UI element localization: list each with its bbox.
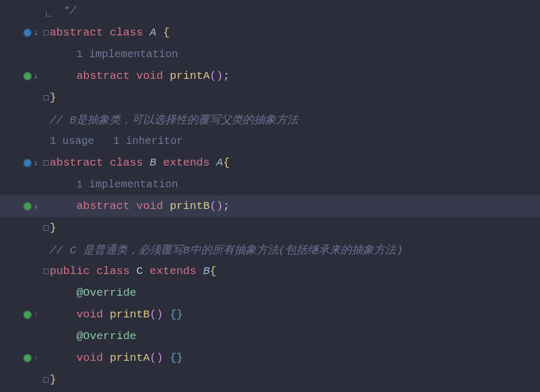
gutter: ↓ [0, 159, 42, 167]
keyword-void: void [76, 308, 103, 321]
inlay-implementation[interactable]: 1 implementation [76, 178, 178, 190]
comment-close [50, 5, 63, 17]
brace-open: { [210, 265, 217, 277]
code-line[interactable]: } [0, 217, 540, 239]
implementation-icon[interactable] [23, 202, 32, 211]
brace-open: { [163, 26, 170, 39]
parentheses: () [210, 70, 223, 82]
keyword-public: public [50, 265, 90, 277]
keyword-extends: extends [163, 157, 209, 169]
method-body: {} [170, 308, 183, 321]
code-line[interactable]: ↓ abstract class A { [0, 22, 540, 43]
arrow-down-icon[interactable]: ↓ [34, 72, 38, 80]
inlay-usage[interactable]: 1 usage [50, 135, 94, 147]
override-icon[interactable] [23, 354, 32, 362]
keyword-class: class [109, 157, 143, 169]
method-name: printB [109, 308, 150, 321]
class-name-a-ref: A [216, 157, 223, 169]
class-name-b: B [150, 157, 157, 169]
comment-text: // B是抽象类，可以选择性的覆写父类的抽象方法 [50, 114, 298, 126]
keyword-void: void [136, 70, 163, 82]
inlay-inheritor[interactable]: 1 inheritor [113, 135, 183, 147]
code-line[interactable]: public class C extends B{ [0, 260, 540, 282]
gutter: ↑ [0, 354, 42, 362]
class-icon[interactable] [23, 29, 32, 37]
inlay-implementation[interactable]: 1 implementation [76, 48, 178, 60]
keyword-extends: extends [150, 265, 196, 277]
keyword-void: void [76, 352, 103, 364]
code-line[interactable]: ↑ void printB() {} [0, 304, 540, 325]
code-line[interactable]: @Override [0, 282, 540, 304]
fold-region[interactable] [42, 377, 50, 382]
code-line[interactable]: ↓ abstract class B extends A{ [0, 152, 540, 174]
keyword-abstract: abstract [76, 200, 130, 212]
keyword-void: void [136, 200, 163, 212]
class-name-c: C [136, 265, 143, 277]
gutter: ↓ [0, 72, 42, 80]
fold-region[interactable] [42, 160, 50, 166]
code-editor[interactable]: */ ↓ abstract class A { 1 implementation… [0, 0, 540, 390]
method-name: printB [170, 200, 210, 212]
code-line[interactable]: ↑ void printA() {} [0, 347, 540, 369]
class-name-b-ref: B [203, 265, 210, 277]
code-line[interactable]: } [0, 87, 540, 108]
keyword-class: class [96, 265, 130, 277]
code-line[interactable]: 1 implementation [0, 174, 540, 195]
override-icon[interactable] [23, 311, 32, 319]
fold-region[interactable] [42, 269, 50, 274]
parentheses: () [150, 308, 163, 321]
keyword-abstract: abstract [50, 157, 103, 169]
keyword-abstract: abstract [76, 70, 130, 82]
comment-text: // C 是普通类，必须覆写B中的所有抽象方法(包括继承来的抽象方法) [50, 244, 403, 257]
code-line-current[interactable]: ↓ abstract void printB(); [0, 195, 540, 217]
code-line[interactable]: ↓ abstract void printA(); [0, 65, 540, 87]
brace-close: } [50, 92, 57, 104]
annotation-override: @Override [76, 330, 136, 342]
arrow-up-icon[interactable]: ↑ [34, 354, 38, 362]
code-line[interactable]: */ [0, 0, 540, 22]
annotation-override: @Override [76, 287, 136, 299]
fold-region[interactable] [42, 95, 50, 101]
semicolon: ; [223, 200, 230, 212]
code-line[interactable]: @Override [0, 325, 540, 347]
code-line[interactable]: // B是抽象类，可以选择性的覆写父类的抽象方法 [0, 108, 540, 130]
comment-text: */ [63, 5, 76, 17]
code-line[interactable]: } [0, 369, 540, 390]
semicolon: ; [223, 70, 230, 82]
parentheses: () [150, 352, 163, 364]
method-name: printA [170, 70, 210, 82]
class-name-a: A [150, 26, 157, 39]
arrow-down-icon[interactable]: ↓ [34, 202, 38, 211]
gutter: ↓ [0, 202, 42, 211]
arrow-down-icon[interactable]: ↓ [34, 29, 38, 37]
gutter: ↑ [0, 311, 42, 319]
code-line[interactable]: 1 usage 1 inheritor [0, 130, 540, 152]
method-body: {} [170, 352, 183, 364]
keyword-class: class [109, 26, 143, 39]
arrow-up-icon[interactable]: ↑ [34, 311, 38, 319]
code-line[interactable]: 1 implementation [0, 43, 540, 65]
class-icon[interactable] [23, 159, 32, 167]
keyword-abstract: abstract [50, 26, 103, 39]
brace-close: } [50, 222, 57, 234]
implementation-icon[interactable] [23, 72, 32, 80]
arrow-down-icon[interactable]: ↓ [34, 159, 38, 167]
brace-open: { [223, 157, 230, 169]
code-line[interactable]: // C 是普通类，必须覆写B中的所有抽象方法(包括继承来的抽象方法) [0, 239, 540, 260]
fold-region[interactable] [42, 30, 50, 35]
fold-region[interactable] [42, 225, 50, 231]
method-name: printA [109, 352, 150, 364]
brace-close: } [50, 373, 57, 386]
parentheses: () [210, 200, 223, 212]
gutter: ↓ [0, 29, 42, 37]
